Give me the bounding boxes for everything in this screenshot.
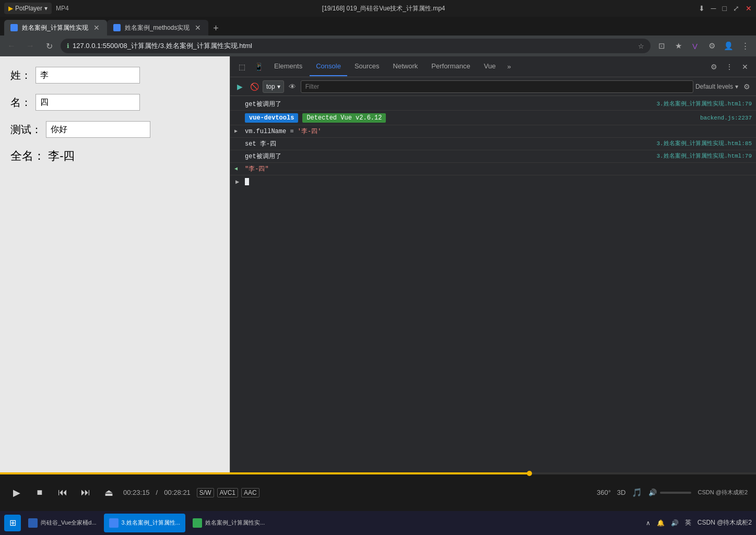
name-row: 名： (10, 94, 219, 111)
name-label: 名： (10, 96, 31, 110)
console-context-select[interactable]: top ▾ (263, 80, 284, 93)
device-mode-button[interactable]: 📱 (251, 60, 266, 74)
next-button[interactable]: ⏭ (77, 484, 94, 501)
tab-close-2[interactable]: ✕ (194, 23, 202, 32)
devtools-more-tabs[interactable]: » (503, 61, 515, 73)
word-label: 尚硅谷_Vue全家桶d... (41, 519, 97, 527)
line3-expand-icon[interactable]: ▶ (234, 128, 238, 134)
name-input[interactable] (36, 94, 140, 111)
stop-button[interactable]: ■ (31, 484, 48, 501)
line3-value: '李-四' (298, 128, 322, 135)
close-icon[interactable]: ✕ (746, 4, 752, 13)
forward-button[interactable]: → (23, 39, 38, 53)
lock-icon: ℹ (67, 42, 69, 50)
tray-lang[interactable]: 英 (685, 518, 691, 527)
media-csdn: CSDN @待木成柜2 (698, 489, 748, 496)
media-3d[interactable]: 3D (617, 489, 626, 496)
tab-sources[interactable]: Sources (348, 57, 386, 76)
console-line-6: ◀ "李-四" (230, 163, 756, 175)
test-input[interactable] (46, 121, 150, 138)
prev-button[interactable]: ⏮ (54, 484, 71, 501)
taskbar-item-word[interactable]: 尚硅谷_Vue全家桶d... (23, 514, 102, 532)
bookmark-icon[interactable]: ☆ (638, 42, 644, 50)
media-360[interactable]: 360° (597, 489, 611, 496)
start-button[interactable]: ⊞ (4, 515, 21, 531)
media-progress-thumb[interactable] (527, 471, 532, 476)
tab-elements[interactable]: Elements (268, 57, 309, 76)
fullname-row: 全名： 李-四 (10, 148, 219, 164)
favorites-icon[interactable]: ★ (671, 39, 685, 53)
tab-network[interactable]: Network (387, 57, 424, 76)
inspect-element-button[interactable]: ⬚ (234, 60, 249, 74)
app-title[interactable]: ▶ PotPlayer ▾ (4, 3, 52, 14)
back-button[interactable]: ← (4, 39, 19, 53)
context-arrow: ▾ (277, 83, 280, 90)
tab-vue[interactable]: Vue (478, 57, 502, 76)
main-content: 姓： 名： 测试： 全名： 李-四 ⬚ 📱 Ele (0, 56, 756, 472)
line1-text: get被调用了 (245, 100, 652, 109)
tab-1[interactable]: 姓名案例_计算属性实现 ✕ (4, 20, 107, 35)
vpn-icon[interactable]: V (688, 39, 702, 53)
line4-source[interactable]: 3.姓名案例_计算属性实现.html:85 (656, 139, 752, 147)
taskbar-item-chrome2[interactable]: 姓名案例_计算属性实... (187, 514, 270, 532)
file-info: [19/168] 019_尚硅谷Vue技术_计算属性.mp4 (73, 4, 694, 13)
media-progress-bar[interactable] (0, 472, 756, 474)
vue-banner-source[interactable]: backend.js:2237 (700, 115, 752, 121)
console-cursor (245, 178, 249, 185)
tray-chevron[interactable]: ∧ (646, 519, 651, 527)
chrome2-icon (193, 518, 202, 528)
new-tab-button[interactable]: + (208, 21, 223, 35)
media-extra-icon1[interactable]: 🎵 (632, 488, 642, 497)
taskbar-item-chrome1[interactable]: 3.姓名案例_计算属性... (104, 514, 185, 532)
window-controls: ⬇ ─ □ ⤢ ✕ (699, 4, 752, 13)
line6-value: "李-四" (245, 165, 269, 173)
restore-icon[interactable]: □ (723, 4, 727, 13)
console-filter-input[interactable] (301, 80, 693, 93)
minimize-icon[interactable]: ─ (711, 4, 716, 13)
console-play-button[interactable]: ▶ (233, 80, 246, 93)
line5-source[interactable]: 3.姓名案例_计算属性实现.html:79 (656, 152, 752, 160)
tab-performance[interactable]: Performance (425, 57, 476, 76)
line1-source[interactable]: 3.姓名案例_计算属性实现.html:79 (656, 100, 752, 108)
console-settings-button[interactable]: ⚙ (740, 80, 753, 93)
tray-volume[interactable]: 🔊 (671, 519, 679, 527)
word-icon (28, 518, 38, 528)
devtools-more-icon[interactable]: ⋮ (723, 60, 736, 74)
title-bar: ▶ PotPlayer ▾ MP4 [19/168] 019_尚硅谷Vue技术_… (0, 0, 756, 17)
fullname-label: 全名： (10, 149, 45, 162)
reload-button[interactable]: ↻ (42, 39, 56, 53)
taskbar: ⊞ 尚硅谷_Vue全家桶d... 3.姓名案例_计算属性... 姓名案例_计算属… (0, 511, 756, 535)
console-input-line[interactable]: ▶ (230, 175, 756, 188)
eject-button[interactable]: ⏏ (100, 484, 117, 501)
system-tray: ∧ 🔔 🔊 英 CSDN @待木成柜2 (646, 518, 752, 527)
console-clear-button[interactable]: 🚫 (248, 80, 261, 93)
address-bar[interactable]: ℹ 127.0.0.1:5500/08_计算属性/3.姓名案例_计算属性实现.h… (61, 39, 651, 53)
devtools-settings-icon[interactable]: ⚙ (707, 60, 720, 74)
line3-property: vm.fullName = (245, 128, 298, 135)
pin-icon[interactable]: ⬇ (699, 4, 705, 13)
surname-input[interactable] (36, 67, 140, 84)
line6-return-icon: ◀ (234, 165, 238, 172)
address-text: 127.0.0.1:5500/08_计算属性/3.姓名案例_计算属性实现.htm… (73, 41, 635, 51)
app-icon: ▶ (8, 5, 13, 12)
maximize-icon[interactable]: ⤢ (733, 4, 739, 13)
volume-bar[interactable] (660, 492, 691, 494)
volume-icon[interactable]: 🔊 (648, 489, 657, 496)
browser: 姓名案例_计算属性实现 ✕ 姓名案例_methods实现 ✕ + ← → ↻ ℹ… (0, 17, 756, 472)
play-button[interactable]: ▶ (8, 484, 25, 501)
media-time-total: 00:28:21 (164, 489, 191, 496)
tab-console[interactable]: Console (310, 57, 347, 76)
profile-icon[interactable]: 👤 (722, 39, 735, 53)
extensions2-icon[interactable]: ⚙ (705, 39, 718, 53)
extensions-icon[interactable]: ⊡ (655, 39, 668, 53)
tab-close-1[interactable]: ✕ (92, 23, 101, 32)
menu-icon[interactable]: ⋮ (738, 39, 752, 53)
media-progress-fill (0, 472, 529, 474)
devtools-close-icon[interactable]: ✕ (738, 60, 752, 74)
console-level-select[interactable]: Default levels ▾ (695, 83, 738, 90)
tab-2[interactable]: 姓名案例_methods实现 ✕ (107, 20, 209, 35)
console-prompt: ▶ (235, 178, 239, 186)
line5-text: get被调用了 (245, 152, 652, 161)
fullname-value: 李-四 (48, 149, 75, 162)
console-eye-button[interactable]: 👁 (286, 80, 299, 93)
